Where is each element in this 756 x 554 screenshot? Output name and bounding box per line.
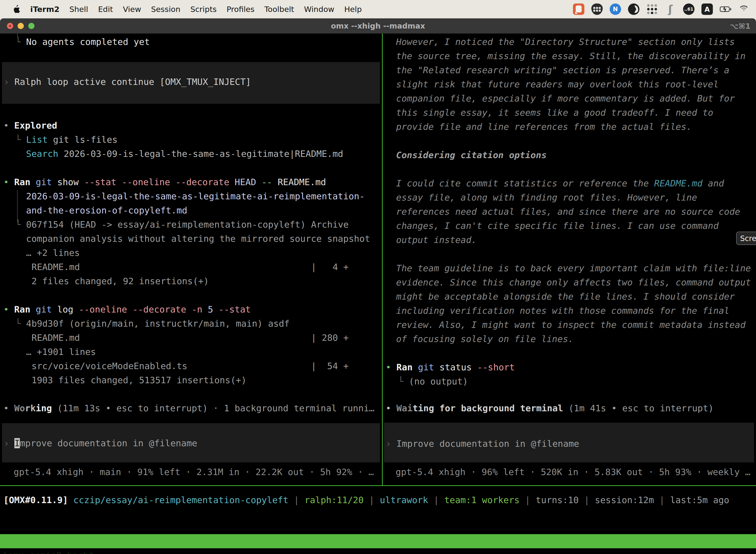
- command-line-git-log: • Ran git log --oneline --decorate -n 5 …: [3, 302, 251, 317]
- thinking-line: The team guideline is to back every impo…: [396, 261, 751, 275]
- command-wrap-line: and-the-erosion-of-copyleft.md: [26, 203, 187, 217]
- hook-icon[interactable]: ʃ: [665, 3, 676, 15]
- dots-grid-icon[interactable]: [646, 3, 658, 15]
- battery-icon[interactable]: ϟ: [720, 3, 731, 15]
- thinking-line: of focusing solely on file lines.: [396, 332, 573, 346]
- statusbar-separator: [0, 485, 756, 486]
- thinking-line: provide file and line references from th…: [396, 120, 692, 134]
- thinking-line: output instead.: [396, 233, 477, 247]
- input-text: Improve documentation in @filename: [396, 439, 579, 449]
- prompt-chevron: ›: [386, 439, 396, 449]
- menu-item-help[interactable]: Help: [344, 5, 362, 14]
- thinking-line: slight risk that future readers may over…: [396, 77, 718, 91]
- command-line-git-status: • Ran git status --short: [386, 360, 515, 374]
- window-shortcut-badge: ⌥⌘1: [730, 22, 751, 31]
- diffstat-line: src/voice/voiceModeEnabled.ts | 54 +: [32, 359, 349, 373]
- session-stats-line: gpt-5.4 xhigh · 96% left · 520K in · 5.8…: [396, 465, 750, 479]
- working-status-line: • Working (11m 13s • esc to interrupt) ·…: [3, 401, 375, 415]
- prompt-chevron: ›: [4, 438, 14, 448]
- omx-status-line: [OMX#0.11.9] cczip/essay/ai-reimplementa…: [3, 493, 729, 507]
- inject-banner-line: › Ralph loop active continue [OMX_TMUX_I…: [4, 75, 380, 89]
- circle-badge-icon[interactable]: ..61: [683, 3, 694, 15]
- thinking-line: the "Related research writing" section i…: [396, 63, 730, 77]
- wifi-icon[interactable]: [738, 3, 750, 15]
- menu-item-session[interactable]: Session: [151, 5, 180, 14]
- menu-item-shell[interactable]: Shell: [69, 5, 88, 14]
- menu-bar-status-icons: N ʃ ..61 A ϟ: [573, 0, 750, 18]
- output-line: └ 4b9d30f (origin/main, instructkr/main,…: [15, 317, 290, 331]
- menu-item-edit[interactable]: Edit: [98, 5, 113, 14]
- menu-bar: iTerm2 Shell Edit View Session Scripts P…: [0, 0, 756, 18]
- notification-tooltip[interactable]: Scre: [736, 232, 756, 245]
- menu-item-window[interactable]: Window: [304, 5, 334, 14]
- command-wrap-line: 2026-03-09-is-legal-the-same-as-legitima…: [26, 189, 365, 203]
- diffstat-summary: 2 files changed, 92 insertions(+): [32, 274, 209, 288]
- keypad-shield-icon[interactable]: [591, 3, 603, 15]
- output-line: companion analysis without altering the …: [26, 232, 370, 246]
- diffstat-summary: 1903 files changed, 513517 insertions(+): [32, 373, 247, 387]
- thinking-line: However, I noticed the "Directory Struct…: [396, 35, 735, 49]
- menu-item-profiles[interactable]: Profiles: [227, 5, 254, 14]
- thinking-line: I could cite commit statistics or refere…: [396, 176, 724, 190]
- output-line: … +1901 lines: [26, 345, 96, 359]
- thinking-line: review. Also, I might want to inspect th…: [396, 318, 746, 332]
- menu-item-scripts[interactable]: Scripts: [190, 5, 216, 14]
- tmux-status-bar: [omx-cczip0:bash* "MacBook-Pro-44.local"…: [0, 534, 756, 548]
- input-text: mprove documentation in @filename: [20, 438, 197, 448]
- window-title: omx --xhigh --madmax: [331, 21, 425, 30]
- waiting-status-line: • Waiting for background terminal (1m 41…: [386, 401, 713, 415]
- chat-app-icon[interactable]: [573, 3, 584, 15]
- terminal: › Ralph loop active continue [OMX_TMUX_I…: [0, 34, 756, 554]
- prompt-chevron: ›: [4, 77, 14, 87]
- thinking-line: evidence. Since this change only affects…: [396, 275, 751, 289]
- traffic-lights: [7, 18, 35, 34]
- menu-item-toolbelt[interactable]: Toolbelt: [264, 5, 294, 14]
- output-line: └ 067f154 (HEAD -> essay/ai-reimplementa…: [15, 217, 349, 232]
- pane-divider[interactable]: [382, 34, 383, 486]
- thinking-line: including verification notes with those …: [396, 303, 730, 318]
- window-titlebar[interactable]: omx --xhigh --madmax ⌥⌘1: [0, 18, 756, 34]
- output-line: … +2 lines: [26, 246, 80, 260]
- diffstat-line: README.md | 4 +: [32, 260, 349, 274]
- output-line: └ (no output): [398, 374, 468, 388]
- tmux-session-name[interactable]: [omx-cczip0:bash*: [2, 548, 94, 554]
- menu-item-iterm2[interactable]: iTerm2: [30, 5, 60, 14]
- command-line-git-show: • Ran git show --stat --oneline --decora…: [3, 175, 326, 189]
- thinking-heading: Considering citation options: [396, 148, 547, 162]
- thinking-line: references need actual files, and since …: [396, 205, 740, 219]
- thinking-line: changes, I can't cite specific file line…: [396, 219, 718, 233]
- apple-menu-icon[interactable]: [13, 5, 20, 13]
- a-key-icon[interactable]: A: [701, 3, 713, 15]
- inject-banner: › Ralph loop active continue [OMX_TMUX_I…: [2, 62, 380, 104]
- prompt-input-right[interactable]: › Improve documentation in @filename: [384, 423, 754, 462]
- minimize-button[interactable]: [18, 23, 24, 29]
- text-cursor: I: [14, 438, 20, 448]
- menu-item-view[interactable]: View: [123, 5, 141, 14]
- explored-search-line: Search 2026-03-09-is-legal-the-same-as-l…: [26, 147, 343, 161]
- thinking-line: companion file, especially if more comme…: [396, 91, 735, 106]
- zoom-button[interactable]: [28, 23, 35, 29]
- diffstat-line: README.md | 280 +: [32, 331, 349, 345]
- session-stats-line: gpt-5.4 xhigh · main · 91% left · 2.31M …: [14, 465, 374, 479]
- prompt-input-left[interactable]: › Improve documentation in @filename: [2, 423, 380, 462]
- explored-list-line: └ List git ls-files: [15, 132, 118, 147]
- window-top: omx --xhigh --madmax ⌥⌘1: [0, 18, 756, 34]
- moon-icon[interactable]: [628, 3, 639, 15]
- blue-badge-icon[interactable]: N: [610, 3, 621, 15]
- close-button[interactable]: [7, 23, 13, 29]
- thinking-line: the source tree, missing the essay. Stil…: [396, 49, 746, 63]
- thinking-line: this single essay, it seems like a good …: [396, 106, 713, 120]
- explored-header: • Explored: [3, 118, 57, 132]
- thinking-line: essay file, along with finding root file…: [396, 190, 697, 205]
- agents-status-line: └ No agents completed yet: [15, 35, 150, 49]
- thinking-line: might be acceptable alongside the file l…: [396, 289, 735, 303]
